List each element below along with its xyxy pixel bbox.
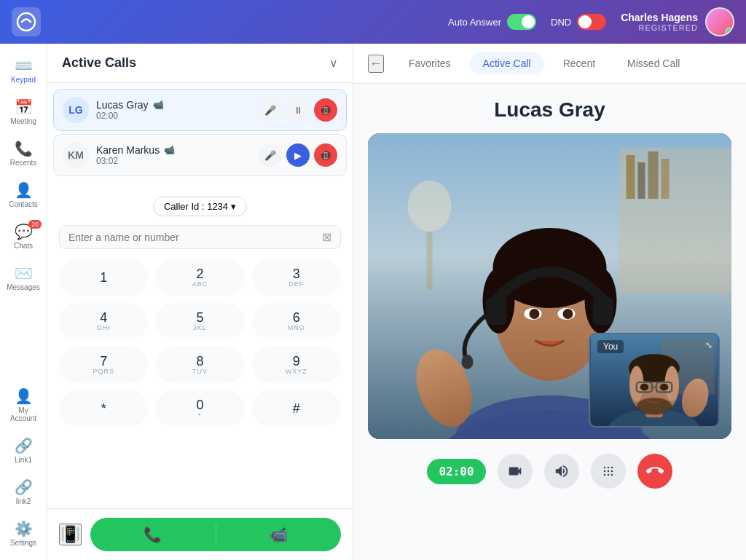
dial-key-2[interactable]: 2ABC — [155, 259, 244, 296]
app-logo — [12, 7, 41, 36]
link2-icon: 🔗 — [15, 478, 33, 496]
tab-active-call[interactable]: Active Call — [470, 52, 544, 74]
call-item[interactable]: LG Lucas Gray 📹 02:00 🎤 ⏸ 📵 — [53, 89, 347, 131]
sidebar-item-label: Messages — [7, 283, 40, 291]
messages-icon: ✉️ — [15, 264, 33, 282]
collapse-button[interactable]: ∨ — [329, 56, 338, 70]
end-call-button[interactable]: 📵 — [314, 143, 337, 167]
panel-title: Active Calls — [62, 55, 136, 71]
call-info: Karen Markus 📹 03:02 — [96, 144, 259, 166]
sidebar-item-label: Meeting — [10, 117, 36, 125]
svg-point-48 — [610, 474, 613, 476]
call-avatar: KM — [63, 142, 89, 168]
sidebar-item-label: Link1 — [15, 456, 32, 464]
dial-key-6[interactable]: 6MNO — [252, 303, 341, 339]
call-view: Lucas Gray — [353, 84, 746, 560]
left-nav: ⌨️ Keypad 📅 Meeting 📞 Recents 👤 Contacts… — [0, 44, 47, 560]
svg-rect-8 — [427, 232, 433, 290]
call-item[interactable]: KM Karen Markus 📹 03:02 🎤 ▶ 📵 — [53, 134, 347, 176]
svg-point-47 — [607, 474, 609, 476]
tab-missed-call[interactable]: Missed Call — [614, 52, 693, 74]
svg-rect-16 — [487, 297, 507, 325]
dial-key-9[interactable]: 9WXYZ — [252, 347, 341, 383]
svg-point-37 — [660, 384, 669, 391]
sidebar-item-settings[interactable]: ⚙️ Settings — [2, 514, 44, 553]
sidebar-item-label: Contacts — [9, 200, 37, 208]
left-panel: Active Calls ∨ LG Lucas Gray 📹 02:00 🎤 ⏸… — [47, 44, 353, 560]
bottom-actions: 📳 📞 📹 — [47, 508, 353, 560]
svg-rect-6 — [661, 159, 670, 199]
video-toggle-button[interactable] — [498, 454, 533, 489]
svg-point-38 — [637, 398, 672, 414]
dnd-toggle[interactable] — [577, 14, 606, 30]
mute-button[interactable]: 🎤 — [259, 98, 282, 122]
call-time: 03:02 — [96, 156, 259, 166]
user-status: REGISTERED — [621, 23, 698, 32]
sidebar-item-account[interactable]: 👤 MyAccount — [2, 382, 44, 428]
call-actions: 🎤 ▶ 📵 — [259, 143, 337, 167]
audio-call-button[interactable]: 📞 — [90, 518, 216, 551]
svg-point-45 — [610, 470, 613, 473]
video-call-icon: 📹 — [153, 100, 164, 110]
sidebar-item-link2[interactable]: 🔗 link2 — [2, 473, 44, 511]
search-row[interactable]: ⊠ — [59, 225, 341, 249]
caller-id-chevron: ▾ — [231, 201, 236, 212]
sidebar-item-label: Keypad — [11, 76, 36, 84]
caller-id-label: Caller Id : 1234 — [164, 201, 228, 212]
auto-answer-group: Auto Answer — [448, 14, 536, 30]
sidebar-item-chats[interactable]: 💬 20 Chats — [2, 217, 44, 256]
chats-badge: 20 — [28, 220, 42, 229]
tab-favorites[interactable]: Favorites — [396, 52, 464, 74]
online-status-dot — [726, 28, 733, 35]
video-call-button[interactable]: 📹 — [216, 518, 342, 551]
svg-point-21 — [530, 309, 540, 319]
auto-answer-toggle[interactable] — [507, 14, 536, 30]
dialpad-search-input[interactable] — [68, 232, 322, 243]
pip-expand-button[interactable]: ⤡ — [705, 340, 712, 350]
sidebar-item-keypad[interactable]: ⌨️ Keypad — [2, 51, 44, 90]
svg-rect-3 — [627, 155, 635, 199]
resume-button[interactable]: ▶ — [286, 143, 310, 167]
voicemail-button[interactable]: 📳 — [59, 524, 82, 545]
dial-key-0[interactable]: 0+ — [155, 390, 244, 427]
svg-point-18 — [462, 355, 474, 369]
call-name: Karen Markus 📹 — [96, 144, 259, 156]
svg-rect-2 — [619, 148, 732, 293]
sidebar-item-messages[interactable]: ✉️ Messages — [2, 259, 44, 297]
back-button[interactable]: ← — [368, 55, 384, 73]
svg-point-40 — [603, 467, 605, 469]
sidebar-item-contacts[interactable]: 👤 Contacts — [2, 176, 44, 214]
svg-point-42 — [610, 467, 613, 469]
dial-key-4[interactable]: 4GHI — [59, 303, 148, 339]
svg-point-22 — [563, 309, 573, 319]
tab-recent[interactable]: Recent — [550, 52, 608, 74]
clear-input-button[interactable]: ⊠ — [322, 230, 331, 244]
caller-id-row: Caller Id : 1234 ▾ — [59, 197, 341, 216]
svg-point-44 — [607, 470, 609, 473]
caller-id-selector[interactable]: Caller Id : 1234 ▾ — [153, 197, 247, 216]
dnd-group: DND — [551, 14, 606, 30]
svg-point-43 — [603, 470, 605, 473]
dial-key-1[interactable]: 1 — [59, 259, 148, 296]
dial-key-star[interactable]: * — [59, 390, 148, 427]
video-container: You ⤡ — [368, 133, 731, 439]
call-avatar: LG — [63, 97, 89, 123]
call-name: Lucas Gray 📹 — [96, 99, 259, 111]
dial-key-5[interactable]: 5JKL — [155, 303, 244, 339]
mute-button[interactable]: 🎤 — [259, 143, 282, 167]
end-call-button[interactable]: 📵 — [314, 98, 337, 122]
dialpad-button[interactable] — [591, 454, 626, 489]
pause-button[interactable]: ⏸ — [286, 98, 310, 122]
dial-key-8[interactable]: 8TUV — [155, 347, 244, 383]
dial-key-3[interactable]: 3DEF — [252, 259, 341, 296]
sidebar-item-link1[interactable]: 🔗 Link1 — [2, 431, 44, 470]
volume-button[interactable] — [544, 454, 579, 489]
sidebar-item-meeting[interactable]: 📅 Meeting — [2, 92, 44, 131]
dialpad-grid: 1 2ABC 3DEF 4GHI 5JKL 6MNO 7PQRS 8TUV 9W… — [59, 259, 341, 427]
header-right: Auto Answer DND Charles Hagens REGISTERE… — [448, 7, 734, 36]
sidebar-item-recents[interactable]: 📞 Recents — [2, 134, 44, 173]
dial-key-7[interactable]: 7PQRS — [59, 347, 148, 383]
user-info[interactable]: Charles Hagens REGISTERED — [621, 7, 734, 36]
end-call-button[interactable] — [637, 454, 672, 489]
dial-key-hash[interactable]: # — [252, 390, 341, 427]
